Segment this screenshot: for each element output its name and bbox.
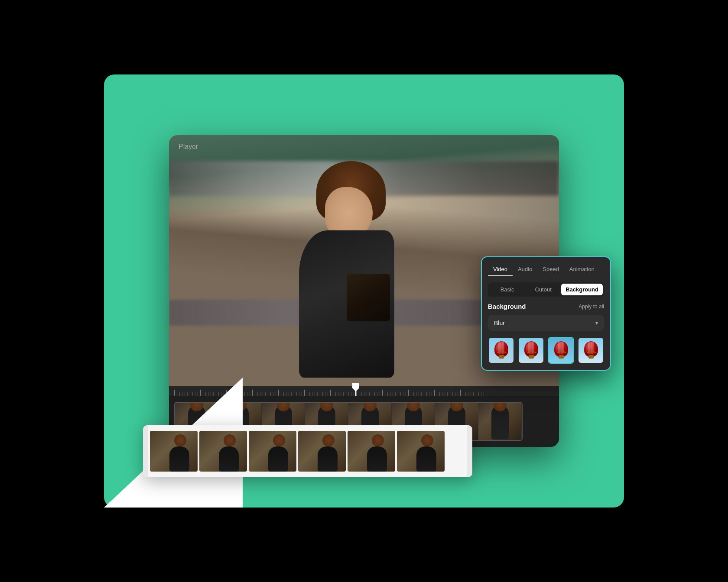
float-frame-2 xyxy=(249,431,296,472)
thumb-bg-1 xyxy=(489,338,514,363)
thumb-bg-4 xyxy=(578,338,603,363)
background-type-dropdown[interactable]: Blur ▾ xyxy=(488,315,604,331)
float-frame-3 xyxy=(298,431,346,472)
dropdown-value: Blur xyxy=(494,320,505,327)
panel-tabs: Video Audio Speed Animation xyxy=(482,257,610,276)
float-frame-5 xyxy=(397,431,445,472)
apply-all-button[interactable]: Apply to all xyxy=(578,304,604,310)
section-title: Background xyxy=(488,303,526,310)
timeline-ruler xyxy=(169,386,559,396)
balloon-1 xyxy=(494,341,508,357)
section-header: Background Apply to all xyxy=(488,303,604,310)
panel-body: Basic Cutout Background Background Apply… xyxy=(482,276,610,370)
properties-panel: Video Audio Speed Animation Basic Cutout… xyxy=(481,256,611,371)
background-thumb-2[interactable] xyxy=(518,337,544,364)
float-frame-4 xyxy=(348,431,395,472)
sub-tab-background[interactable]: Background xyxy=(561,284,603,295)
float-frame-1 xyxy=(199,431,247,472)
tab-audio[interactable]: Audio xyxy=(513,262,537,276)
film-frame-7 xyxy=(478,403,522,441)
thumbnails-grid xyxy=(488,337,604,364)
sub-tab-cutout[interactable]: Cutout xyxy=(525,284,561,295)
dropdown-arrow-icon: ▾ xyxy=(595,320,598,326)
balloon-2 xyxy=(524,341,538,357)
outer-background: Player xyxy=(104,74,624,508)
background-thumb-4[interactable] xyxy=(578,337,604,364)
woman-figure xyxy=(290,161,403,378)
sub-tab-basic[interactable]: Basic xyxy=(489,284,525,295)
tab-animation[interactable]: Animation xyxy=(564,262,600,276)
balloon-4 xyxy=(584,341,598,357)
tab-speed[interactable]: Speed xyxy=(537,262,564,276)
laptop-container: Player xyxy=(169,135,559,447)
ruler-ticks xyxy=(174,386,554,396)
background-thumb-1[interactable] xyxy=(488,337,514,364)
woman-bag xyxy=(347,274,390,321)
player-label: Player xyxy=(179,143,198,151)
thumb-bg-3 xyxy=(549,338,573,363)
balloon-3 xyxy=(554,341,568,357)
tab-video[interactable]: Video xyxy=(488,262,513,276)
sub-tabs: Basic Cutout Background xyxy=(488,282,604,297)
float-frame-0 xyxy=(150,431,198,472)
background-thumb-3[interactable] xyxy=(548,337,574,364)
thumb-bg-2 xyxy=(519,338,543,363)
playhead[interactable] xyxy=(355,383,356,396)
floating-filmstrip xyxy=(143,425,472,477)
